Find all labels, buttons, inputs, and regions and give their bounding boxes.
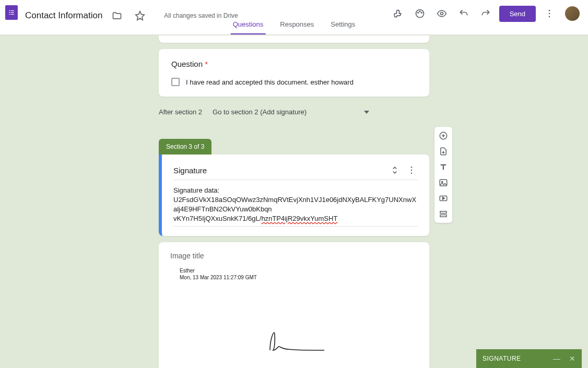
- tab-settings[interactable]: Settings: [328, 16, 357, 34]
- option-label: I have read and accepted this document. …: [186, 78, 354, 86]
- section-nav-label: After section 2: [159, 108, 202, 116]
- svg-rect-3: [11, 12, 14, 13]
- svg-rect-2: [9, 12, 10, 13]
- title-area: Contact Information All changes saved in…: [25, 7, 238, 24]
- section-more-icon[interactable]: [405, 164, 418, 176]
- signature-meta: Esther Mon, 13 Mar 2023 11:27:09 GMT: [180, 267, 418, 281]
- forms-logo: [5, 5, 18, 20]
- add-question-icon[interactable]: [436, 130, 451, 141]
- more-icon[interactable]: [541, 5, 558, 22]
- palette-icon[interactable]: [411, 5, 428, 22]
- svg-point-19: [442, 181, 443, 182]
- svg-point-15: [411, 170, 413, 171]
- svg-point-8: [419, 11, 420, 12]
- card-truncated[interactable]: [159, 35, 429, 43]
- question-title: Question *: [171, 60, 417, 68]
- form-area: Question * I have read and accepted this…: [159, 35, 429, 368]
- svg-rect-4: [9, 14, 10, 15]
- signature-data-value[interactable]: U2FsdGVkX18aSOqOWwz3zNmqRVtEvjXnh1VJ1e06…: [173, 195, 418, 227]
- svg-rect-5: [11, 14, 14, 15]
- signature-toast: SIGNATURE — ✕: [476, 349, 582, 368]
- doc-title[interactable]: Contact Information: [25, 10, 102, 21]
- svg-point-16: [411, 173, 413, 174]
- section-title-row: Signature: [173, 164, 418, 180]
- toast-close-icon[interactable]: ✕: [569, 355, 576, 362]
- svg-point-10: [440, 13, 443, 15]
- add-section-icon[interactable]: [436, 208, 451, 220]
- section-nav: After section 2 Go to section 2 (Add sig…: [159, 103, 429, 124]
- import-question-icon[interactable]: [436, 146, 451, 157]
- svg-point-11: [549, 10, 550, 11]
- avatar[interactable]: [565, 6, 580, 21]
- tab-responses[interactable]: Responses: [278, 16, 316, 34]
- add-image-icon[interactable]: [436, 177, 451, 188]
- save-status: All changes saved in Drive: [164, 12, 238, 19]
- header-actions: Send: [390, 5, 580, 22]
- svg-rect-22: [440, 215, 446, 217]
- svg-rect-21: [440, 211, 446, 213]
- preview-icon[interactable]: [433, 5, 450, 22]
- form-canvas: Question * I have read and accepted this…: [0, 35, 588, 368]
- svg-point-12: [549, 13, 550, 15]
- add-title-icon[interactable]: [436, 161, 451, 173]
- side-toolbar: [434, 127, 452, 223]
- collapse-icon[interactable]: [389, 164, 401, 176]
- section-actions: [389, 164, 418, 176]
- required-mark: *: [205, 60, 208, 68]
- signature-canvas: [170, 285, 418, 368]
- signature-name: Esther: [180, 267, 418, 274]
- chevron-down-icon: [364, 111, 369, 114]
- question-title-text: Question: [171, 60, 203, 68]
- signature-data-label: Signature data:: [173, 186, 418, 194]
- toast-label: SIGNATURE: [483, 355, 521, 362]
- signature-date: Mon, 13 Mar 2023 11:27:09 GMT: [180, 274, 418, 281]
- image-card[interactable]: Image title Esther Mon, 13 Mar 2023 11:2…: [159, 242, 429, 368]
- add-video-icon[interactable]: [436, 193, 451, 204]
- toast-minimize-icon[interactable]: —: [553, 355, 561, 362]
- section-badge: Section 3 of 3: [159, 139, 211, 155]
- app-header: Contact Information All changes saved in…: [0, 0, 588, 35]
- move-folder-icon[interactable]: [109, 7, 125, 24]
- svg-rect-0: [9, 10, 10, 11]
- svg-point-7: [417, 13, 418, 14]
- checkbox-option[interactable]: I have read and accepted this document. …: [171, 78, 417, 86]
- tab-questions[interactable]: Questions: [231, 16, 266, 34]
- svg-point-14: [411, 167, 413, 168]
- redo-icon[interactable]: [477, 5, 494, 22]
- image-title[interactable]: Image title: [170, 252, 418, 260]
- svg-point-9: [421, 13, 422, 14]
- section-card[interactable]: Signature Signature data: U2FsdGVkX18aSO…: [159, 155, 429, 236]
- svg-rect-1: [11, 10, 14, 11]
- star-icon[interactable]: [132, 7, 148, 24]
- section-nav-select[interactable]: Go to section 2 (Add signature): [208, 106, 373, 118]
- signature-icon: [263, 329, 325, 355]
- checkbox-icon[interactable]: [171, 78, 180, 86]
- send-button[interactable]: Send: [499, 6, 536, 22]
- section-title[interactable]: Signature: [173, 166, 207, 175]
- toast-actions: — ✕: [553, 355, 575, 362]
- undo-icon[interactable]: [455, 5, 472, 22]
- section-nav-value: Go to section 2 (Add signature): [213, 108, 307, 116]
- question-card[interactable]: Question * I have read and accepted this…: [159, 49, 429, 97]
- tabs: Questions Responses Settings: [231, 16, 358, 34]
- svg-point-13: [549, 16, 550, 18]
- addon-icon[interactable]: [390, 5, 406, 22]
